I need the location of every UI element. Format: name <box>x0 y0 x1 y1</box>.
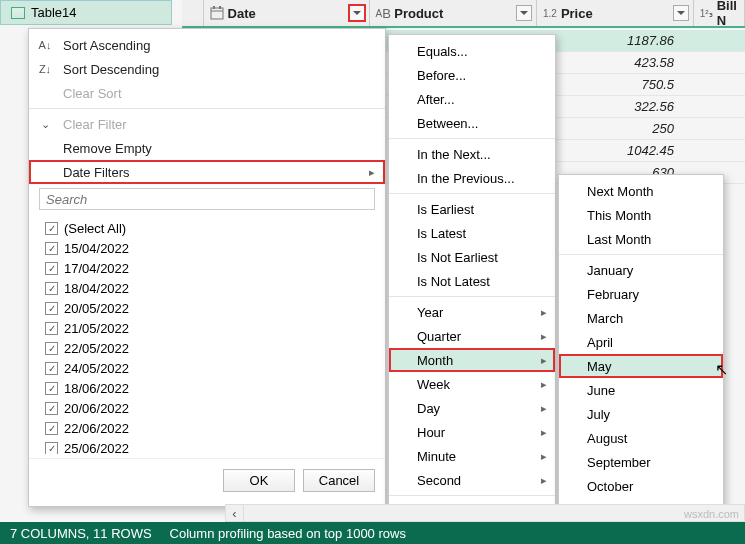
grid-header: Date AB Product 1.2 Price 1²₃ Bill N <box>182 0 745 28</box>
month-july[interactable]: July <box>559 402 723 426</box>
menu-sort-ascending[interactable]: A↓ Sort Ascending <box>29 33 385 57</box>
filter-is-earliest[interactable]: Is Earliest <box>389 197 555 221</box>
filter-day[interactable]: Day <box>389 396 555 420</box>
filter-week[interactable]: Week <box>389 372 555 396</box>
checkbox-icon: ✓ <box>45 262 58 275</box>
filter-value-item[interactable]: ✓25/06/2022 <box>39 438 375 454</box>
filter-value-item[interactable]: ✓15/04/2022 <box>39 238 375 258</box>
checkbox-icon: ✓ <box>45 282 58 295</box>
column-filter-dropdown[interactable] <box>516 5 532 21</box>
status-columns-rows: 7 COLUMNS, 11 ROWS <box>10 526 152 541</box>
filter-select-all[interactable]: ✓(Select All) <box>39 218 375 238</box>
filter-is-not-earliest[interactable]: Is Not Earliest <box>389 245 555 269</box>
filter-between[interactable]: Between... <box>389 111 555 135</box>
filter-year[interactable]: Year <box>389 300 555 324</box>
queries-selected-table[interactable]: Table14 <box>0 0 172 25</box>
month-september[interactable]: September <box>559 450 723 474</box>
column-filter-dropdown[interactable] <box>349 5 365 21</box>
list-item-label: 18/04/2022 <box>64 281 129 296</box>
filter-value-item[interactable]: ✓22/06/2022 <box>39 418 375 438</box>
svg-rect-3 <box>219 6 221 9</box>
checkbox-icon: ✓ <box>45 442 58 455</box>
horizontal-scrollbar[interactable]: ‹ <box>225 504 745 522</box>
list-item-label: 22/05/2022 <box>64 341 129 356</box>
filter-hour[interactable]: Hour <box>389 420 555 444</box>
menu-label: Between... <box>417 116 478 131</box>
filter-in-next[interactable]: In the Next... <box>389 142 555 166</box>
filter-value-item[interactable]: ✓20/06/2022 <box>39 398 375 418</box>
filter-is-not-latest[interactable]: Is Not Latest <box>389 269 555 293</box>
menu-label: This Month <box>587 208 651 223</box>
month-october[interactable]: October <box>559 474 723 498</box>
filter-search-input[interactable] <box>39 188 375 210</box>
checkbox-icon: ✓ <box>45 382 58 395</box>
filter-minute[interactable]: Minute <box>389 444 555 468</box>
int-type-icon: 1²₃ <box>700 6 713 20</box>
checkbox-icon: ✓ <box>45 242 58 255</box>
filter-value-item[interactable]: ✓21/05/2022 <box>39 318 375 338</box>
month-april[interactable]: April <box>559 330 723 354</box>
list-item-label: 25/06/2022 <box>64 441 129 455</box>
menu-sort-descending[interactable]: Z↓ Sort Descending <box>29 57 385 81</box>
filter-value-item[interactable]: ✓22/05/2022 <box>39 338 375 358</box>
filter-month[interactable]: Month <box>389 348 555 372</box>
month-may[interactable]: May <box>559 354 723 378</box>
filter-value-item[interactable]: ✓18/06/2022 <box>39 378 375 398</box>
scroll-left-icon[interactable]: ‹ <box>226 505 244 521</box>
menu-label: Is Latest <box>417 226 466 241</box>
menu-label: Clear Sort <box>63 86 122 101</box>
menu-label: Month <box>417 353 453 368</box>
checkbox-icon: ✓ <box>45 302 58 315</box>
menu-label: Quarter <box>417 329 461 344</box>
menu-clear-filter: ⌄ Clear Filter <box>29 112 385 136</box>
filter-value-item[interactable]: ✓20/05/2022 <box>39 298 375 318</box>
filter-equals[interactable]: Equals... <box>389 39 555 63</box>
month-march[interactable]: March <box>559 306 723 330</box>
month-february[interactable]: February <box>559 282 723 306</box>
filter-quarter[interactable]: Quarter <box>389 324 555 348</box>
checkbox-icon: ✓ <box>45 322 58 335</box>
sort-asc-icon: A↓ <box>37 39 53 51</box>
month-this[interactable]: This Month <box>559 203 723 227</box>
row-header-corner[interactable] <box>182 0 204 26</box>
month-next[interactable]: Next Month <box>559 179 723 203</box>
filter-value-item[interactable]: ✓24/05/2022 <box>39 358 375 378</box>
filter-before[interactable]: Before... <box>389 63 555 87</box>
cancel-button[interactable]: Cancel <box>303 469 375 492</box>
menu-label: Date Filters <box>63 165 129 180</box>
month-last[interactable]: Last Month <box>559 227 723 251</box>
table-name-label: Table14 <box>31 5 77 20</box>
filter-in-previous[interactable]: In the Previous... <box>389 166 555 190</box>
menu-label: Last Month <box>587 232 651 247</box>
menu-label: Is Not Earliest <box>417 250 498 265</box>
filter-second[interactable]: Second <box>389 468 555 492</box>
list-item-label: 21/05/2022 <box>64 321 129 336</box>
month-january[interactable]: January <box>559 258 723 282</box>
menu-separator <box>389 296 555 297</box>
checkbox-icon: ✓ <box>45 342 58 355</box>
filter-value-item[interactable]: ✓18/04/2022 <box>39 278 375 298</box>
filter-value-item[interactable]: ✓17/04/2022 <box>39 258 375 278</box>
month-august[interactable]: August <box>559 426 723 450</box>
menu-remove-empty[interactable]: Remove Empty <box>29 136 385 160</box>
column-filter-dropdown[interactable] <box>673 5 689 21</box>
filter-values-list[interactable]: ✓(Select All) ✓15/04/2022 ✓17/04/2022 ✓1… <box>39 218 375 454</box>
menu-label: March <box>587 311 623 326</box>
filter-is-latest[interactable]: Is Latest <box>389 221 555 245</box>
list-item-label: (Select All) <box>64 221 126 236</box>
menu-label: Is Earliest <box>417 202 474 217</box>
menu-label: Before... <box>417 68 466 83</box>
watermark: wsxdn.com <box>684 508 739 520</box>
filter-after[interactable]: After... <box>389 87 555 111</box>
menu-separator <box>389 193 555 194</box>
column-header-product[interactable]: AB Product <box>370 0 537 26</box>
menu-label: Next Month <box>587 184 653 199</box>
month-june[interactable]: June <box>559 378 723 402</box>
column-header-date[interactable]: Date <box>204 0 371 26</box>
ok-button[interactable]: OK <box>223 469 295 492</box>
column-header-bill[interactable]: 1²₃ Bill N <box>694 0 745 26</box>
column-header-price[interactable]: 1.2 Price <box>537 0 694 26</box>
list-item-label: 18/06/2022 <box>64 381 129 396</box>
menu-date-filters[interactable]: Date Filters <box>29 160 385 184</box>
status-bar: 7 COLUMNS, 11 ROWS Column profiling base… <box>0 522 745 544</box>
